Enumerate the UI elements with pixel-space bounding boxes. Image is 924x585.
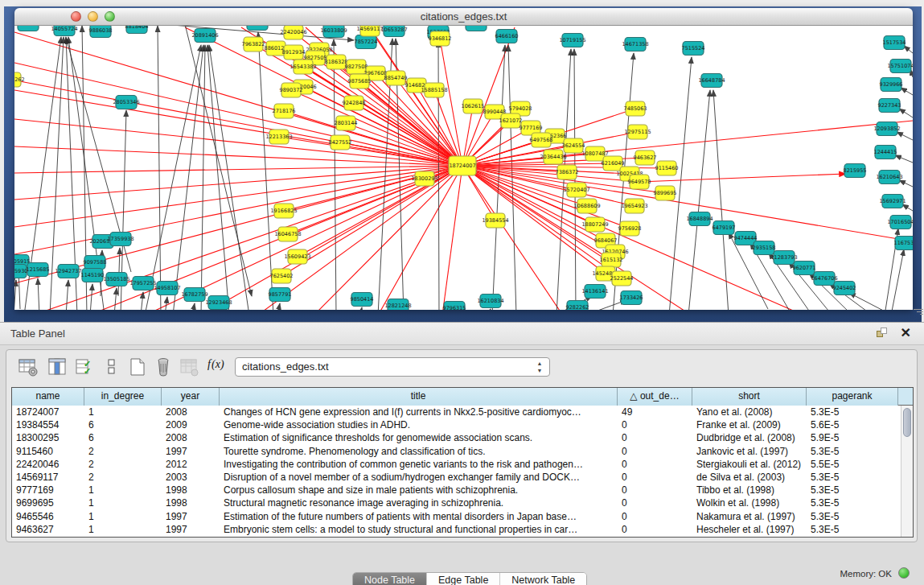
table-row[interactable]: 969969511998Structural magnetic resonanc… — [12, 496, 900, 509]
table-cell[interactable]: 14569117 — [12, 471, 84, 484]
table-cell[interactable]: 2008 — [162, 406, 220, 418]
graph-node[interactable]: 9620771 — [793, 262, 816, 275]
table-cell[interactable]: 2003 — [162, 471, 220, 484]
table-cell[interactable]: Wolkin et al. (1998) — [692, 496, 807, 509]
table-cell[interactable]: 5.5E-5 — [807, 458, 898, 471]
graph-node[interactable]: 7515524 — [682, 42, 705, 56]
resize-grip[interactable] — [912, 307, 923, 319]
citation-edge[interactable] — [897, 132, 913, 140]
table-cell[interactable]: 0 — [618, 445, 692, 458]
graph-node-selected[interactable]: 16046758 — [274, 227, 301, 241]
table-cell[interactable]: 1 — [84, 406, 162, 418]
graph-node[interactable]: 12821248 — [384, 299, 411, 311]
graph-node[interactable]: 2935158 — [753, 241, 776, 255]
column-header-year[interactable]: year — [162, 388, 220, 406]
network-canvas[interactable]: 2055194214055724988603888184042089140626… — [14, 26, 913, 310]
graph-node-selected[interactable]: 8427552 — [329, 135, 352, 150]
citation-graph[interactable]: 2055194214055724988603888184042089140626… — [14, 26, 913, 310]
table-cell[interactable]: Tibbo et al. (1998) — [692, 484, 807, 496]
citation-edge[interactable] — [145, 45, 201, 310]
graph-node[interactable]: 7857224 — [355, 35, 378, 49]
table-cell[interactable]: Dudbridge et al. (2008) — [692, 431, 807, 444]
table-cell[interactable]: 19384554 — [12, 418, 84, 431]
graph-node[interactable]: 1167533 — [894, 237, 913, 250]
table-cell[interactable]: 5.3E-5 — [807, 523, 898, 536]
graph-hub-node[interactable]: 18724007 — [449, 156, 476, 175]
table-cell[interactable]: 1997 — [162, 523, 220, 536]
table-cell[interactable]: de Silva et al. (2003) — [692, 471, 807, 484]
graph-node[interactable]: 16782759 — [181, 288, 207, 302]
citation-edge[interactable] — [66, 280, 68, 310]
graph-node-selected[interactable]: 18300295 — [411, 171, 437, 186]
table-cell[interactable]: 1 — [84, 510, 162, 523]
table-row[interactable]: 1872400712008Changes of HCN gene express… — [12, 406, 900, 418]
graph-node-selected[interactable]: 16543382 — [290, 60, 316, 74]
table-cell[interactable]: Hescheler et al. (1997) — [692, 523, 807, 536]
graph-node[interactable]: 9282262 — [566, 301, 589, 311]
graph-node-selected[interactable]: 19166825 — [270, 204, 297, 218]
column-header-out_de[interactable]: △ out_de… — [618, 388, 692, 406]
graph-node-selected[interactable]: 10688609 — [573, 199, 600, 213]
table-cell[interactable]: 9463627 — [12, 523, 84, 536]
graph-node[interactable]: 1145190 — [81, 269, 105, 282]
citation-edge[interactable] — [904, 46, 913, 53]
graph-node[interactable]: 9857791 — [269, 288, 292, 302]
float-panel-icon[interactable] — [877, 328, 889, 340]
table-cell[interactable]: 0 — [618, 523, 692, 536]
table-cell[interactable]: 6 — [84, 431, 162, 444]
table-row[interactable]: 946554611997Estimation of the future num… — [12, 510, 900, 523]
table-cell[interactable]: Investigating the contribution of common… — [220, 458, 618, 471]
graph-node-selected[interactable]: 1615132 — [600, 253, 623, 267]
graph-node[interactable]: 8813054 — [465, 26, 488, 31]
graph-node[interactable]: 6466160 — [495, 30, 519, 43]
table-row[interactable]: 1938455462009Genome-wide association stu… — [12, 418, 900, 431]
graph-node[interactable]: 12942737 — [55, 265, 81, 278]
table-cell[interactable]: Estimation of significance thresholds fo… — [220, 431, 618, 444]
table-cell[interactable]: 0 — [618, 431, 692, 444]
citation-edge[interactable] — [901, 88, 913, 95]
selected-edge[interactable] — [14, 166, 462, 227]
graph-node[interactable]: 16210643 — [876, 171, 902, 184]
graph-node[interactable]: 10719155 — [559, 34, 585, 47]
graph-node[interactable]: 17957255 — [129, 277, 156, 290]
selected-edge[interactable] — [14, 90, 462, 166]
selected-edge[interactable] — [14, 146, 462, 166]
delete-table-icon[interactable] — [153, 356, 174, 377]
graph-node[interactable]: 9886038 — [89, 26, 113, 38]
table-row[interactable]: 1456911722003Disruption of a novel membe… — [12, 471, 900, 484]
graph-node[interactable]: 8818404 — [125, 26, 149, 34]
graph-node-selected[interactable]: 14569117 — [356, 26, 383, 36]
table-cell[interactable]: Changes of HCN gene expression and I(f) … — [220, 406, 618, 418]
citation-edge[interactable] — [173, 45, 203, 310]
table-cell[interactable]: 1 — [84, 523, 162, 536]
graph-node[interactable]: 9227343 — [878, 99, 901, 113]
citation-edge[interactable] — [688, 90, 710, 310]
selected-edge[interactable] — [14, 80, 462, 166]
citation-edge[interactable] — [891, 249, 904, 310]
graph-node[interactable]: 8215955 — [844, 164, 867, 178]
selected-edge[interactable] — [14, 166, 462, 283]
graph-node[interactable]: 20551942 — [14, 26, 41, 31]
table-cell[interactable]: 0 — [618, 418, 692, 431]
citation-edge[interactable] — [14, 280, 16, 310]
table-cell[interactable]: 1 — [84, 484, 162, 496]
citation-edge[interactable] — [258, 32, 273, 310]
table-cell[interactable]: 0 — [618, 484, 692, 496]
table-cell[interactable]: 49 — [618, 406, 692, 418]
citation-edge[interactable] — [90, 284, 92, 310]
citation-edge[interactable] — [38, 278, 39, 310]
table-cell[interactable]: Franke et al. (2009) — [692, 418, 807, 431]
citation-edge[interactable] — [899, 180, 913, 187]
graph-node[interactable]: 16210834 — [477, 295, 503, 308]
column-header-short[interactable]: short — [692, 388, 807, 406]
column-header-in_degree[interactable]: in_degree — [84, 388, 162, 406]
table-cell[interactable]: 0 — [618, 496, 692, 509]
table-cell[interactable]: 1997 — [162, 510, 220, 523]
graph-node-selected[interactable]: 2803144 — [335, 116, 358, 130]
graph-node[interactable]: 9796315 — [443, 302, 466, 311]
table-cell[interactable]: Nakamura et al. (1997) — [692, 510, 807, 523]
graph-node[interactable]: 17016504 — [887, 216, 913, 229]
graph-node[interactable]: 16033809 — [320, 26, 347, 38]
table-cell[interactable]: Genome-wide association studies in ADHD. — [220, 418, 618, 431]
graph-node[interactable]: 12923468 — [205, 296, 232, 310]
